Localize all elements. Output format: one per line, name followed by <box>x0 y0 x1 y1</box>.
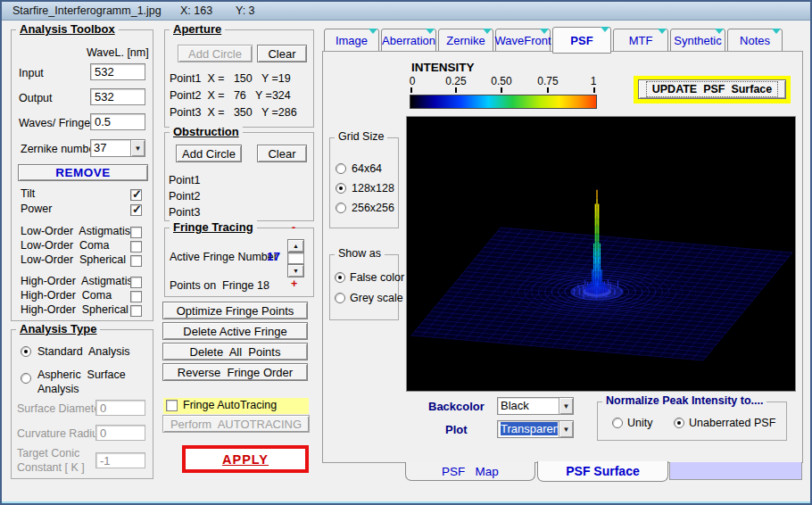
intensity-tick-1: 1 <box>591 75 597 87</box>
grid-256-radio[interactable] <box>336 203 346 213</box>
zernike-number-label: Zernike number <box>21 143 99 157</box>
aperture-add-circle-button[interactable]: Add Circle <box>178 45 253 62</box>
backcolor-label: Backcolor <box>428 400 485 414</box>
chevron-down-icon[interactable]: ▼ <box>559 421 573 437</box>
psf-map-tab[interactable]: PSF Map <box>405 462 535 481</box>
title-bar[interactable]: Starfire_Interferogramm_1.jpg X: 163 Y: … <box>2 2 810 21</box>
high-coma-checkbox[interactable] <box>130 291 142 302</box>
grid-128-label: 128x128 <box>352 182 394 196</box>
waves-fringe-field[interactable]: 0.5 <box>90 113 145 130</box>
power-label: Power <box>21 203 52 217</box>
aperture-point1: Point1 X = 150 Y =19 <box>170 72 291 87</box>
high-astigmatism-checkbox[interactable] <box>130 277 142 288</box>
obstruction-point1: Point1 <box>169 174 200 188</box>
psf-surface-plot[interactable] <box>406 116 796 392</box>
grid-size-title: Grid Size <box>335 130 387 143</box>
aperture-group: Aperture Add Circle Clear Point1 X = 150… <box>164 29 314 128</box>
reverse-fringe-order-button[interactable]: Reverse Fringe Order <box>162 363 308 381</box>
fringe-tracing-title: Fringe Tracing <box>170 220 257 234</box>
input-label: Input <box>19 67 44 81</box>
aspheric-analysis-label: Aspheric SurfaceAnalysis <box>37 368 126 396</box>
grid-64-radio[interactable] <box>336 163 346 174</box>
window-border-accent <box>2 501 810 503</box>
curvature-radius-label: Curvature Radius <box>17 427 104 442</box>
active-fringe-label: Active Fringe Number <box>170 251 278 265</box>
remove-button[interactable]: REMOVE <box>18 164 148 181</box>
apply-button[interactable]: APPLY <box>182 445 309 473</box>
false-color-radio[interactable] <box>335 272 345 283</box>
analysis-toolbox-group: Analysis Toolbox WaveL. [nm] Input 532 O… <box>11 29 153 321</box>
plot-label: Plot <box>445 423 468 437</box>
aspheric-analysis-radio[interactable] <box>21 373 31 384</box>
chevron-down-icon[interactable]: ▼ <box>559 398 573 414</box>
unity-label: Unity <box>627 417 652 431</box>
fringe-autotracing-checkbox[interactable] <box>166 400 178 411</box>
wavelength-header: WaveL. [nm] <box>87 46 149 61</box>
tab-zernike[interactable]: Zernike <box>438 29 493 52</box>
chevron-down-icon[interactable]: ▼ <box>130 140 145 156</box>
psf-panel: INTENSITY 0 0.25 0.50 0.75 1 UPDATE PSF … <box>322 51 803 463</box>
aperture-clear-button[interactable]: Clear <box>257 45 307 62</box>
intensity-tick-025: 0.25 <box>445 75 466 87</box>
standard-analysis-radio[interactable] <box>21 346 31 357</box>
fringe-up-button[interactable]: ▲ <box>287 239 304 252</box>
fringe-increment-sign: + <box>291 277 297 292</box>
low-spherical-checkbox[interactable] <box>130 255 142 267</box>
tab-aberration[interactable]: Aberration <box>381 29 436 52</box>
target-conic-field[interactable]: -1 <box>95 452 145 468</box>
perform-autotracing-button[interactable]: Perform AUTOTRACING <box>162 415 310 433</box>
tab-synthetic[interactable]: Synthetic <box>670 29 725 52</box>
obstruction-point2: Point2 <box>169 190 200 204</box>
input-wavelength-field[interactable]: 532 <box>90 63 145 80</box>
update-psf-surface-button[interactable]: UPDATE PSF Surface <box>638 79 786 99</box>
fringe-autotracing-row: Fringe AutoTracing <box>163 398 309 414</box>
unaberrated-psf-radio[interactable] <box>674 418 684 428</box>
high-spherical-label: High-Order Spherical <box>21 303 128 318</box>
psf-tab-strip: Image Aberration Zernike WaveFront PSF M… <box>324 29 783 52</box>
delete-active-fringe-button[interactable]: Delete Active Fringe <box>162 322 308 340</box>
tab-image[interactable]: Image <box>324 29 379 52</box>
cursor-y-readout: Y: 3 <box>236 4 255 17</box>
obstruction-group: Obstruction Add Circle Clear Point1 Poin… <box>164 132 314 221</box>
points-on-fringe-label: Points on Fringe 18 <box>170 279 269 294</box>
low-astigmatism-label: Low-Order Astigmatism <box>21 225 139 239</box>
curvature-radius-field[interactable]: 0 <box>95 425 145 441</box>
power-checkbox[interactable] <box>130 204 142 216</box>
grid-256-label: 256x256 <box>352 202 394 216</box>
obstruction-point3: Point3 <box>169 206 200 220</box>
aperture-point2: Point2 X = 76 Y =324 <box>170 89 291 103</box>
grey-scale-radio[interactable] <box>335 293 345 303</box>
app-window: Starfire_Interferogramm_1.jpg X: 163 Y: … <box>0 0 812 505</box>
obstruction-add-circle-button[interactable]: Add Circle <box>176 145 242 162</box>
unity-radio[interactable] <box>612 418 623 428</box>
analysis-type-title: Analysis Type <box>16 322 100 335</box>
low-coma-checkbox[interactable] <box>130 241 142 252</box>
output-wavelength-field[interactable]: 532 <box>90 88 145 105</box>
grid-64-label: 64x64 <box>352 162 382 177</box>
tilt-label: Tilt <box>21 187 35 202</box>
tab-psf[interactable]: PSF <box>552 27 611 54</box>
tab-notes[interactable]: Notes <box>727 29 783 52</box>
optimize-fringe-points-button[interactable]: Optimize Fringe Points <box>162 302 308 319</box>
backcolor-dropdown[interactable]: Black ▼ <box>497 397 574 415</box>
tab-wavefront[interactable]: WaveFront <box>495 29 551 52</box>
grid-128-radio[interactable] <box>336 183 346 194</box>
active-fringe-value: 17 <box>267 250 280 265</box>
tilt-checkbox[interactable] <box>130 189 142 201</box>
normalize-title: Normalize Peak Intensity to.... <box>602 394 766 407</box>
false-color-label: False color <box>350 271 404 286</box>
tab-mtf[interactable]: MTF <box>613 29 668 52</box>
intensity-colorbar <box>410 95 597 109</box>
fringe-spinner-field[interactable] <box>287 252 304 264</box>
unaberrated-psf-label: Unaberrated PSF <box>689 417 775 431</box>
normalize-group: Normalize Peak Intensity to.... Unity Un… <box>597 402 787 441</box>
surface-diameter-field[interactable]: 0 <box>95 400 145 416</box>
plot-dropdown[interactable]: Transparent ▼ <box>497 420 574 438</box>
high-spherical-checkbox[interactable] <box>130 305 142 317</box>
obstruction-clear-button[interactable]: Clear <box>257 145 307 162</box>
delete-all-points-button[interactable]: Delete All Points <box>162 343 308 360</box>
psf-surface-tab[interactable]: PSF Surface <box>537 461 668 482</box>
low-astigmatism-checkbox[interactable] <box>130 227 142 238</box>
fringe-down-button[interactable]: ▼ <box>287 264 304 277</box>
zernike-number-dropdown[interactable]: 37 ▼ <box>90 139 145 157</box>
